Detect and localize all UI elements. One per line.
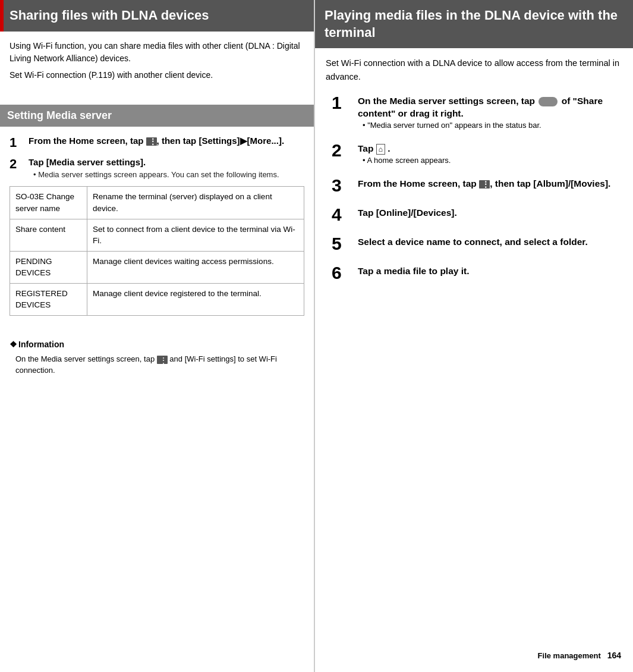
right-step-num-4: 4: [332, 205, 358, 224]
right-step-5: 5Select a device name to connect, and se…: [332, 234, 616, 253]
info-section: Information On the Media server settings…: [0, 332, 314, 385]
right-step-text-6: Tap a media file to play it.: [358, 265, 616, 278]
table-cell-description: Set to connect from a client device to t…: [87, 219, 304, 251]
right-content-area: Set Wi-Fi connection with a DLNA device …: [315, 48, 633, 300]
right-step-4: 4Tap [Online]/[Devices].: [332, 205, 616, 224]
right-step-1: 1On the Media server settings screen, ta…: [332, 93, 616, 131]
left-main-header-text: Sharing files with DLNA devices: [10, 8, 209, 23]
right-step-text-1: On the Media server settings screen, tap…: [358, 95, 616, 120]
right-step-num-2: 2: [332, 140, 358, 160]
right-step-6: 6Tap a media file to play it.: [332, 263, 616, 282]
right-steps: 1On the Media server settings screen, ta…: [326, 93, 622, 282]
step-2-sub: Media server settings screen appears. Yo…: [33, 170, 279, 179]
right-step-sub-1: "Media server turned on" appears in the …: [363, 121, 541, 130]
steps-area: 1 From the Home screen, tap , then tap […: [0, 127, 314, 332]
page-number: 164: [607, 651, 621, 660]
right-step-text-3: From the Home screen, tap , then tap [Al…: [358, 178, 616, 190]
table-cell-setting: SO-03E Change server name: [10, 187, 87, 219]
footer: File management 164: [538, 651, 621, 660]
right-step-num-3: 3: [332, 175, 358, 195]
right-step-num-6: 6: [332, 263, 358, 282]
footer-label: File management: [538, 651, 601, 660]
menu-icon: [146, 137, 157, 146]
step-2-number: 2: [10, 156, 29, 172]
home-icon: ⌂: [376, 144, 385, 155]
table-cell-description: Manage client devices waiting access per…: [87, 251, 304, 283]
toggle-icon: [538, 97, 558, 106]
step-1-text: From the Home screen, tap , then tap [Se…: [29, 135, 304, 147]
right-step-content-1: On the Media server settings screen, tap…: [358, 93, 616, 131]
right-step-content-6: Tap a media file to play it.: [358, 263, 616, 278]
left-column: Sharing files with DLNA devices Using Wi…: [0, 0, 315, 672]
right-step-text-5: Select a device name to connect, and sel…: [358, 236, 616, 249]
table-cell-description: Rename the terminal (server) displayed o…: [87, 187, 304, 219]
right-step-content-5: Select a device name to connect, and sel…: [358, 234, 616, 249]
intro-p1: Using Wi-Fi function, you can share medi…: [10, 40, 304, 65]
step-2: 2 Tap [Media server settings]. Media ser…: [10, 156, 304, 180]
table-cell-setting: REGISTERED DEVICES: [10, 283, 87, 315]
step-1-number: 1: [10, 135, 29, 150]
right-step-2: 2Tap ⌂ .A home screen appears.: [332, 140, 616, 166]
right-step-sub-2: A home screen appears.: [363, 156, 451, 165]
info-text: On the Media server settings screen, tap…: [15, 353, 304, 376]
right-step-text-2: Tap ⌂ .: [358, 143, 616, 155]
right-step-num-5: 5: [332, 234, 358, 253]
left-main-header: Sharing files with DLNA devices: [0, 0, 314, 32]
right-main-header: Playing media files in the DLNA device w…: [315, 0, 633, 48]
right-step-content-4: Tap [Online]/[Devices].: [358, 205, 616, 219]
sub-header-text: Setting Media server: [7, 109, 112, 121]
right-step-num-1: 1: [332, 93, 358, 112]
right-step-text-4: Tap [Online]/[Devices].: [358, 207, 616, 219]
step-1-content: From the Home screen, tap , then tap [Se…: [29, 135, 304, 148]
step-2-text: Tap [Media server settings].: [29, 156, 304, 168]
right-main-header-text: Playing media files in the DLNA device w…: [325, 8, 618, 40]
sub-header: Setting Media server: [0, 105, 314, 127]
settings-table: SO-03E Change server nameRename the term…: [10, 186, 304, 316]
info-title: Information: [10, 338, 304, 351]
menu-icon-info: [157, 356, 168, 364]
right-intro: Set Wi-Fi connection with a DLNA device …: [326, 56, 622, 83]
table-cell-description: Manage client device registered to the t…: [87, 283, 304, 315]
left-intro: Using Wi-Fi function, you can share medi…: [0, 32, 314, 94]
table-cell-setting: Share content: [10, 219, 87, 251]
step-1: 1 From the Home screen, tap , then tap […: [10, 135, 304, 150]
right-column: Playing media files in the DLNA device w…: [315, 0, 633, 672]
step-2-content: Tap [Media server settings]. Media serve…: [29, 156, 304, 180]
right-step-3: 3From the Home screen, tap , then tap [A…: [332, 175, 616, 195]
intro-p2: Set Wi-Fi connection (P.119) with anothe…: [10, 69, 304, 82]
right-step-content-2: Tap ⌂ .A home screen appears.: [358, 140, 616, 166]
right-step-content-3: From the Home screen, tap , then tap [Al…: [358, 175, 616, 190]
table-cell-setting: PENDING DEVICES: [10, 251, 87, 283]
menu-icon-step3: [479, 180, 490, 189]
